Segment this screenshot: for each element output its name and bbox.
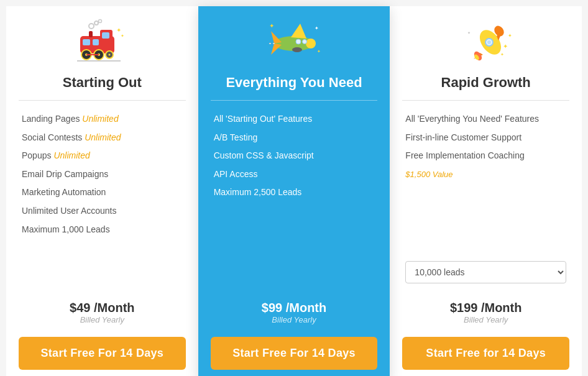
svg-rect-6 [93,39,99,45]
svg-rect-8 [89,31,93,37]
svg-rect-7 [102,32,109,39]
pricing-bottom-3: $199 /Month Billed Yearly [450,301,522,324]
feature-item: Maximum 2,500 Leads [214,183,375,202]
leads-select[interactable]: 1,000 leads 2,500 leads 5,000 leads 10,0… [405,261,566,283]
price-starting-out: $49 /Month [70,301,134,315]
svg-point-24 [296,39,301,44]
features-list-rapid: All 'Everything You Need' Features First… [402,110,569,256]
feature-item: Custom CSS & Javascript [214,147,375,165]
svg-rect-5 [83,39,90,45]
plan-starting-out: ✦ ✦ Starting Out Landing Pages Unlimited… [6,6,198,376]
feature-item: First-in-line Customer Support [405,129,566,147]
svg-text:✦: ✦ [467,31,471,35]
svg-text:✦: ✦ [269,22,274,29]
svg-point-1 [94,21,98,25]
svg-text:✦: ✦ [317,49,321,53]
feature-item: A/B Testing [214,129,375,147]
pricing-container: ✦ ✦ Starting Out Landing Pages Unlimited… [6,6,582,376]
features-list-everything: All 'Starting Out' Features A/B Testing … [211,110,378,288]
svg-point-14 [109,54,111,56]
price-everything: $99 /Month [262,301,326,315]
pricing-bottom-1: $49 /Month Billed Yearly [70,301,134,324]
svg-text:✦: ✦ [315,25,319,31]
plan-title-everything: Everything You Need [226,75,362,91]
divider-1 [19,100,186,101]
feature-item: Free Implementation Coaching [405,147,566,165]
feature-item: Unlimited User Accounts [22,202,183,221]
svg-point-20 [306,39,316,48]
svg-text:✦: ✦ [500,52,504,57]
feature-item: Popups Unlimited [22,147,183,165]
feature-item: All 'Starting Out' Features [214,110,375,129]
plan-icon-train: ✦ ✦ [74,19,130,68]
svg-marker-21 [271,31,282,44]
cta-button-rapid[interactable]: Start Free for 14 Days [402,337,569,370]
features-list-starting-out: Landing Pages Unlimited Social Contests … [19,110,186,288]
value-badge: $1,500 Value [405,170,452,179]
plan-rapid-growth: ✦ ✦ ✦ ✦ Rapid Growth All 'Everything You… [390,6,582,376]
plan-title-rapid: Rapid Growth [441,75,531,91]
feature-item: Social Contests Unlimited [22,129,183,147]
billing-everything: Billed Yearly [262,315,326,324]
plan-icon-plane: ✦ ✦ ✦ [266,19,322,68]
cta-button-starting-out[interactable]: Start Free For 14 Days [19,337,186,370]
svg-point-34 [487,40,491,44]
feature-item: Marketing Automation [22,183,183,202]
svg-text:✦: ✦ [116,27,121,34]
feature-item: All 'Everything You Need' Features [405,110,566,129]
plan-icon-rocket: ✦ ✦ ✦ ✦ [458,19,514,68]
feature-item: Maximum 1,000 Leads [22,221,183,239]
svg-point-25 [303,40,307,44]
unlimited-badge: Unlimited [53,150,90,160]
cta-button-everything[interactable]: Start Free For 14 Days [211,337,378,370]
svg-marker-22 [271,44,282,55]
feature-item: $1,500 Value [405,165,566,184]
divider-3 [402,100,569,101]
billing-starting-out: Billed Yearly [70,315,134,324]
feature-item: API Access [214,165,375,184]
svg-point-0 [89,24,94,29]
divider-2 [211,100,378,101]
svg-point-26 [292,47,302,52]
svg-point-2 [99,20,102,23]
plan-title-starting-out: Starting Out [63,75,142,91]
svg-text:✦: ✦ [503,43,508,50]
billing-rapid: Billed Yearly [450,315,522,324]
svg-text:✦: ✦ [508,33,512,39]
pricing-bottom-2: $99 /Month Billed Yearly [262,301,326,324]
svg-text:✦: ✦ [121,34,124,38]
unlimited-badge: Unlimited [85,132,121,142]
feature-item: Email Drip Campaigns [22,165,183,184]
svg-marker-23 [291,24,306,39]
unlimited-badge: Unlimited [82,114,118,124]
feature-item: Landing Pages Unlimited [22,110,183,129]
plan-everything-you-need: ✦ ✦ ✦ Everything You Need All 'Starting … [198,6,390,376]
price-rapid: $199 /Month [450,301,522,315]
